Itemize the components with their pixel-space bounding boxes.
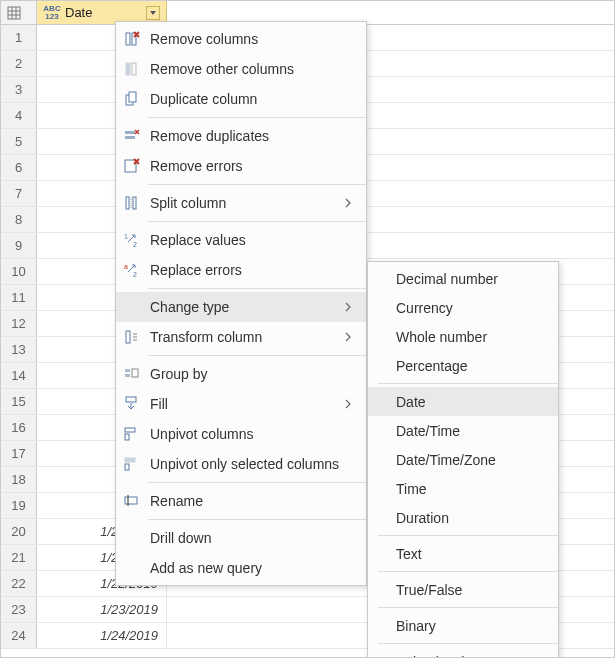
type-date[interactable]: Date [368,387,558,416]
svg-rect-36 [125,497,137,504]
menu-separator [378,383,558,384]
svg-rect-27 [126,331,130,343]
menu-label: Duration [396,510,548,526]
row-number[interactable]: 23 [1,597,37,622]
type-true-false[interactable]: True/False [368,575,558,604]
svg-rect-35 [125,464,129,470]
menu-label: Unpivot columns [150,426,356,442]
row-number[interactable]: 5 [1,129,37,154]
menu-label: Using locale… [396,654,548,659]
svg-rect-34 [125,458,135,462]
rename-icon [122,491,142,511]
row-number[interactable]: 18 [1,467,37,492]
type-binary[interactable]: Binary [368,611,558,640]
menu-label: Percentage [396,358,548,374]
remove-columns-icon [122,29,142,49]
type-label-bot: 123 [45,13,58,21]
row-number[interactable]: 9 [1,233,37,258]
menu-separator [148,184,366,185]
row-number[interactable]: 2 [1,51,37,76]
svg-rect-31 [126,397,136,402]
menu-group-by[interactable]: Group by [116,359,366,389]
row-number[interactable]: 10 [1,259,37,284]
menu-label: Date/Time/Zone [396,452,548,468]
menu-label: Transform column [150,329,336,345]
unpivot-icon [122,424,142,444]
row-number[interactable]: 4 [1,103,37,128]
row-number-header[interactable] [1,1,37,24]
row-number[interactable]: 12 [1,311,37,336]
menu-remove-duplicates[interactable]: Remove duplicates [116,121,366,151]
type-time[interactable]: Time [368,474,558,503]
type-percentage[interactable]: Percentage [368,351,558,380]
svg-rect-13 [125,131,135,134]
menu-drill-down[interactable]: Drill down [116,523,366,553]
menu-transform-column[interactable]: Transform column [116,322,366,352]
row-number[interactable]: 22 [1,571,37,596]
menu-separator [378,643,558,644]
type-datetimezone[interactable]: Date/Time/Zone [368,445,558,474]
menu-split-column[interactable]: Split column [116,188,366,218]
remove-other-columns-icon [122,59,142,79]
row-number[interactable]: 7 [1,181,37,206]
type-whole-number[interactable]: Whole number [368,322,558,351]
menu-separator [148,482,366,483]
menu-remove-columns[interactable]: Remove columns [116,24,366,54]
row-number[interactable]: 21 [1,545,37,570]
row-number[interactable]: 24 [1,623,37,648]
menu-remove-errors[interactable]: Remove errors [116,151,366,181]
menu-change-type[interactable]: Change type [116,292,366,322]
menu-rename[interactable]: Rename [116,486,366,516]
row-number[interactable]: 16 [1,415,37,440]
svg-rect-21 [133,197,136,209]
menu-remove-other-columns[interactable]: Remove other columns [116,54,366,84]
menu-unpivot-selected[interactable]: Unpivot only selected columns [116,449,366,479]
menu-separator [148,117,366,118]
menu-add-as-new-query[interactable]: Add as new query [116,553,366,583]
menu-label: True/False [396,582,548,598]
menu-replace-errors[interactable]: a2 Replace errors [116,255,366,285]
chevron-right-icon [344,331,356,343]
row-number[interactable]: 20 [1,519,37,544]
row-number[interactable]: 14 [1,363,37,388]
menu-label: Date/Time [396,423,548,439]
column-filter-dropdown[interactable] [146,6,160,20]
type-text[interactable]: Text [368,539,558,568]
svg-rect-0 [8,7,20,19]
menu-fill[interactable]: Fill [116,389,366,419]
chevron-right-icon [344,197,356,209]
menu-replace-values[interactable]: 12 Replace values [116,225,366,255]
type-using-locale[interactable]: Using locale… [368,647,558,658]
menu-unpivot-columns[interactable]: Unpivot columns [116,419,366,449]
menu-label: Text [396,546,548,562]
svg-rect-32 [125,428,135,432]
type-duration[interactable]: Duration [368,503,558,532]
row-number[interactable]: 3 [1,77,37,102]
svg-rect-5 [126,33,130,45]
row-number[interactable]: 6 [1,155,37,180]
type-datetime[interactable]: Date/Time [368,416,558,445]
type-currency[interactable]: Currency [368,293,558,322]
transform-column-icon [122,327,142,347]
row-number[interactable]: 1 [1,25,37,50]
menu-label: Remove columns [150,31,356,47]
row-number[interactable]: 11 [1,285,37,310]
row-number[interactable]: 15 [1,389,37,414]
row-number[interactable]: 17 [1,441,37,466]
menu-duplicate-column[interactable]: Duplicate column [116,84,366,114]
menu-label: Remove duplicates [150,128,356,144]
cell-date[interactable]: 1/23/2019 [37,597,167,622]
data-type-icon[interactable]: ABC 123 [43,5,61,21]
chevron-right-icon [344,398,356,410]
svg-text:a: a [124,263,128,270]
row-number[interactable]: 8 [1,207,37,232]
type-decimal-number[interactable]: Decimal number [368,264,558,293]
menu-label: Unpivot only selected columns [150,456,356,472]
column-name: Date [65,5,92,20]
duplicate-column-icon [122,89,142,109]
row-number[interactable]: 13 [1,337,37,362]
group-by-icon [122,364,142,384]
row-number[interactable]: 19 [1,493,37,518]
remove-duplicates-icon [122,126,142,146]
cell-date[interactable]: 1/24/2019 [37,623,167,648]
